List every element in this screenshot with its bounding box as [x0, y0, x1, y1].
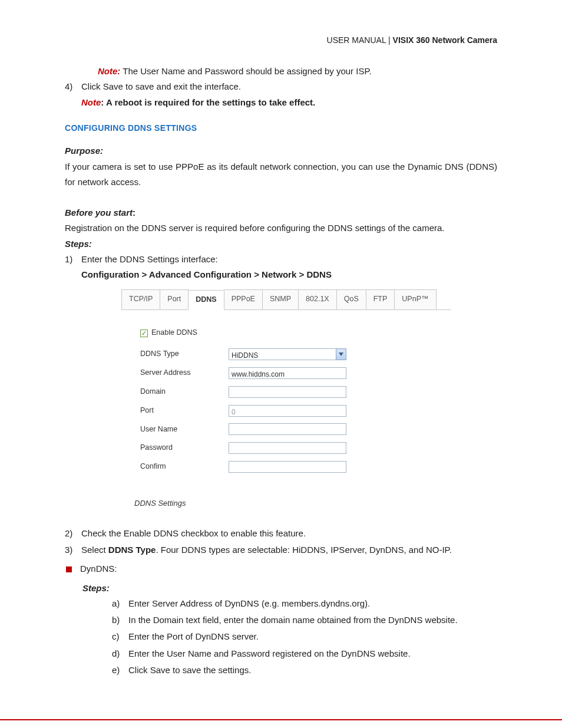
step-1-path: Configuration > Advanced Configuration >…	[81, 267, 497, 282]
tab-snmp[interactable]: SNMP	[262, 289, 299, 309]
tab-pppoe[interactable]: PPPoE	[224, 289, 263, 309]
substep-a: Enter Server Address of DynDNS (e.g. mem…	[128, 596, 497, 611]
purpose-label: Purpose:	[65, 143, 497, 159]
substep-c: Enter the Port of DynDNS server.	[128, 629, 497, 644]
server-address-input[interactable]: www.hiddns.com	[229, 367, 346, 379]
username-label: User Name	[140, 423, 229, 436]
step-3-post: . Four DDNS types are selectable: HiDDNS…	[156, 545, 451, 555]
step-4-text: Click Save to save and exit the interfac…	[81, 79, 497, 94]
note-text: The User Name and Password should be ass…	[120, 66, 371, 76]
port-label: Port	[140, 404, 229, 417]
ddns-type-select[interactable]: HiDDNS	[229, 348, 336, 360]
footer-rule	[0, 719, 562, 720]
domain-label: Domain	[140, 386, 229, 398]
header-prefix: USER MANUAL |	[327, 35, 393, 45]
substeps-label: Steps:	[82, 581, 497, 596]
before-you-start: Before you start:	[65, 205, 497, 220]
substep-d: Enter the User Name and Password registe…	[128, 646, 497, 661]
port-input[interactable]: 0	[229, 405, 346, 417]
confirm-input[interactable]	[229, 461, 346, 473]
step-2: Check the Enable DDNS checkbox to enable…	[81, 526, 497, 541]
before-text: Registration on the DDNS server is requi…	[65, 220, 497, 236]
screenshot-caption: DDNS Settings	[134, 497, 497, 510]
substep-e: Click Save to save the settings.	[128, 663, 497, 678]
server-address-label: Server Address	[140, 367, 229, 380]
dyndns-label: DynDNS:	[80, 561, 117, 577]
substep-b: In the Domain text field, enter the doma…	[128, 612, 497, 628]
note-label: Note:	[98, 66, 120, 76]
before-label: Before you start	[65, 207, 133, 218]
ddns-type-label: DDNS Type	[140, 348, 229, 361]
step-1: Enter the DDNS Settings interface: Confi…	[81, 252, 497, 283]
domain-input[interactable]	[229, 386, 346, 398]
step-3-pre: Select	[81, 545, 108, 555]
note-line: Note: The User Name and Password should …	[98, 64, 497, 79]
square-bullet-icon	[66, 566, 72, 572]
tab-qos[interactable]: QoS	[336, 289, 366, 309]
tab-port[interactable]: Port	[160, 289, 189, 309]
enable-ddns-checkbox[interactable]: ✓	[140, 330, 148, 337]
ddns-ui-screenshot: TCP/IP Port DDNS PPPoE SNMP 802.1X QoS F…	[121, 289, 451, 484]
tab-ddns[interactable]: DDNS	[188, 290, 224, 310]
before-colon: :	[133, 207, 135, 218]
step-4: Click Save to save and exit the interfac…	[81, 79, 497, 110]
tab-upnp[interactable]: UPnP™	[394, 289, 436, 309]
enable-ddns-label: Enable DDNS	[151, 327, 197, 340]
step-3: Select DDNS Type. Four DDNS types are se…	[81, 542, 497, 558]
confirm-label: Confirm	[140, 460, 229, 473]
username-input[interactable]	[229, 423, 346, 435]
password-input[interactable]	[229, 442, 346, 454]
header-product: VISIX 360 Network Camera	[393, 35, 497, 45]
tab-bar: TCP/IP Port DDNS PPPoE SNMP 802.1X QoS F…	[121, 289, 451, 310]
page-header: USER MANUAL | VISIX 360 Network Camera	[65, 35, 497, 45]
steps-label: Steps:	[65, 236, 497, 252]
step-3-bold: DDNS Type	[108, 545, 156, 555]
tab-8021x[interactable]: 802.1X	[298, 289, 337, 309]
step-1-text: Enter the DDNS Settings interface:	[81, 252, 497, 267]
purpose-text: If your camera is set to use PPPoE as it…	[65, 159, 497, 190]
tab-tcpip[interactable]: TCP/IP	[121, 289, 160, 309]
dyndns-bullet: DynDNS:	[66, 561, 497, 577]
tab-ftp[interactable]: FTP	[366, 289, 395, 309]
ddns-type-dropdown-button[interactable]	[336, 348, 346, 360]
password-label: Password	[140, 442, 229, 454]
ddns-form: ✓ Enable DDNS DDNS Type HiDDNS Server Ad…	[121, 310, 451, 484]
note-colon: : A reboot is required for the settings …	[101, 97, 315, 107]
section-heading-ddns: CONFIGURING DDNS SETTINGS	[65, 121, 497, 136]
chevron-down-icon	[339, 353, 343, 356]
step-4-note: Note: A reboot is required for the setti…	[81, 95, 497, 110]
note-label: Note	[81, 97, 101, 107]
